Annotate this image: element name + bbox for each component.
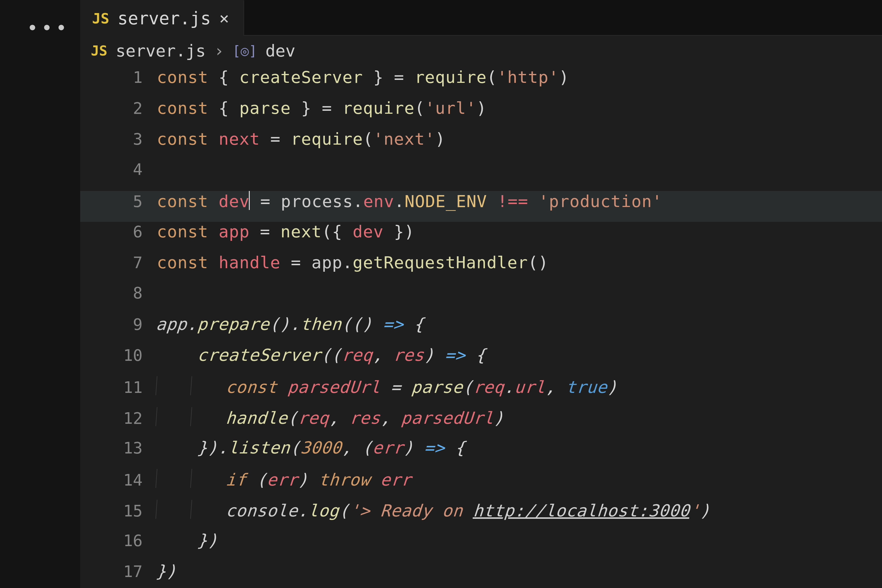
breadcrumb-symbol[interactable]: dev (266, 41, 296, 60)
js-file-icon: JS (91, 43, 107, 59)
code-line[interactable]: 2const { parse } = require('url') (80, 98, 882, 129)
code-content[interactable]: }) (155, 562, 177, 581)
line-number: 8 (80, 284, 157, 302)
code-content[interactable]: console.log('> Ready on http://localhost… (155, 500, 711, 520)
code-line[interactable]: 10 createServer((req, res) => { (80, 345, 882, 376)
code-line[interactable]: 14 if (err) throw err (80, 469, 882, 500)
code-line[interactable]: 11 const parsedUrl = parse(req.url, true… (80, 376, 882, 407)
breadcrumb[interactable]: JS server.js › [◎] dev (80, 36, 882, 68)
code-line[interactable]: 15 console.log('> Ready on http://localh… (80, 500, 882, 531)
code-line[interactable]: 1const { createServer } = require('http'… (80, 68, 882, 98)
code-content[interactable]: }).listen(3000, (err) => { (155, 438, 466, 458)
chevron-right-icon: › (214, 41, 224, 60)
line-number: 3 (80, 130, 157, 148)
line-number: 17 (80, 562, 157, 581)
line-number: 6 (80, 222, 157, 241)
line-number: 7 (80, 254, 157, 272)
code-content[interactable]: const dev = process.env.NODE_ENV !== 'pr… (157, 191, 662, 211)
tab-bar: JS server.js × (80, 0, 882, 36)
tab-well (244, 0, 882, 36)
line-number: 15 (80, 502, 157, 520)
breadcrumb-file[interactable]: server.js (116, 41, 206, 60)
code-line[interactable]: 9app.prepare().then(() => { (80, 315, 882, 345)
line-number: 1 (80, 68, 157, 87)
js-file-icon: JS (92, 10, 109, 27)
code-content[interactable]: const handle = app.getRequestHandler() (157, 253, 549, 272)
tab-title: server.js (118, 8, 211, 28)
variable-icon: [◎] (232, 43, 257, 59)
code-content[interactable]: const { parse } = require('url') (157, 98, 487, 118)
line-number: 5 (80, 192, 157, 211)
code-line[interactable]: 16 }) (80, 531, 882, 562)
code-line[interactable]: 8 (80, 284, 882, 315)
code-line[interactable]: 17}) (80, 562, 882, 588)
editor-area: JS server.js × JS server.js › [◎] dev 1c… (80, 0, 882, 588)
code-line[interactable]: 7const handle = app.getRequestHandler() (80, 253, 882, 284)
code-line[interactable]: 3const next = require('next') (80, 129, 882, 160)
line-number: 2 (80, 99, 157, 118)
code-content[interactable]: handle(req, res, parsedUrl) (155, 407, 505, 428)
code-content[interactable]: createServer((req, res) => { (155, 345, 486, 364)
code-content[interactable]: const { createServer } = require('http') (157, 68, 569, 87)
line-number: 13 (80, 439, 157, 458)
code-line[interactable]: 6const app = next({ dev }) (80, 222, 882, 253)
code-content[interactable]: }) (155, 531, 219, 550)
line-number: 16 (80, 531, 157, 550)
code-line[interactable]: 12 handle(req, res, parsedUrl) (80, 407, 882, 438)
code-content[interactable]: const parsedUrl = parse(req.url, true) (155, 376, 618, 397)
code-content[interactable]: app.prepare().then(() => { (155, 315, 424, 334)
line-number: 10 (80, 346, 157, 364)
code-line[interactable]: 5const dev = process.env.NODE_ENV !== 'p… (80, 191, 882, 222)
line-number: 4 (80, 160, 157, 179)
close-icon[interactable]: × (219, 10, 229, 27)
code-content[interactable]: if (err) throw err (155, 469, 412, 489)
line-number: 9 (80, 315, 157, 334)
tab-server-js[interactable]: JS server.js × (80, 0, 244, 36)
code-content[interactable]: const next = require('next') (157, 129, 446, 148)
line-number: 12 (80, 409, 157, 428)
activity-bar[interactable]: ••• (0, 0, 80, 588)
line-number: 11 (80, 378, 157, 397)
line-number: 14 (80, 471, 157, 489)
overflow-icon[interactable]: ••• (27, 17, 70, 39)
code-content[interactable]: const app = next({ dev }) (157, 222, 415, 241)
code-line[interactable]: 13 }).listen(3000, (err) => { (80, 438, 882, 469)
code-line[interactable]: 4 (80, 160, 882, 191)
code-editor[interactable]: 1const { createServer } = require('http'… (80, 68, 882, 588)
